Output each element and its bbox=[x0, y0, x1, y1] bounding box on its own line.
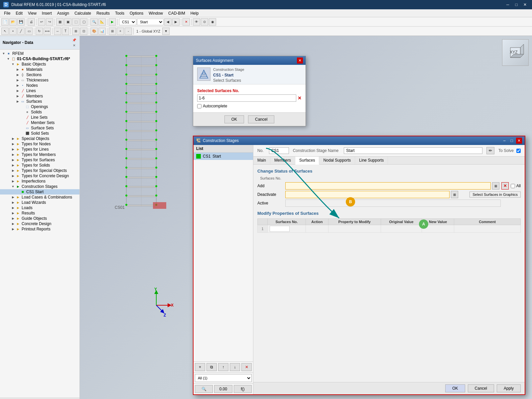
dim-btn[interactable]: ↔ bbox=[54, 28, 61, 35]
cs-search-btn[interactable]: 🔍 bbox=[195, 385, 213, 393]
menu-cad-bim[interactable]: CAD-BIM bbox=[166, 10, 188, 16]
cs-zero-btn[interactable]: 0.00 bbox=[214, 385, 232, 393]
cs-ok-btn[interactable]: OK bbox=[445, 384, 465, 392]
nav-cs1-start[interactable]: ■ CS1 Start bbox=[0, 189, 79, 195]
select-surfaces-in-graphics-btn[interactable]: Select Surfaces in Graphics bbox=[469, 192, 521, 198]
menu-help[interactable]: Help bbox=[188, 10, 201, 16]
nav-types-nodes[interactable]: ▶ ▶ Types for Nodes bbox=[0, 141, 79, 147]
construction-stages-dialog[interactable]: 🏗 Construction Stages – □ ✕ List CS1 bbox=[193, 136, 525, 395]
cube-navigator[interactable]: XYZ bbox=[502, 39, 529, 66]
cs-dup-btn[interactable]: ⧉ bbox=[206, 363, 217, 371]
close-button[interactable]: ✕ bbox=[521, 2, 529, 8]
nav-special-objects[interactable]: ▶ ▶ Special Objects bbox=[0, 136, 79, 141]
calc-btn-1[interactable]: ▦ bbox=[56, 18, 64, 26]
nav-sections[interactable]: ▶ ╬ Sections bbox=[0, 72, 79, 77]
menu-calculate[interactable]: Calculate bbox=[72, 10, 94, 16]
nav-member-sets[interactable]: ╱ Member Sets bbox=[0, 120, 79, 125]
nav-surfaces[interactable]: ▶ ▭ Surfaces bbox=[0, 99, 79, 104]
next-btn[interactable]: ▶ bbox=[172, 18, 180, 26]
nav-project[interactable]: ▼ 📋 01-CSA-Building-START.rf6* bbox=[0, 56, 79, 62]
nav-pin-btn[interactable]: 📌 bbox=[71, 37, 77, 43]
render-btn[interactable]: 🎨 bbox=[90, 28, 98, 35]
to-solve-checkbox[interactable] bbox=[516, 149, 521, 153]
cs-apply-btn[interactable]: Apply bbox=[497, 384, 521, 392]
surfaces-dialog-close[interactable]: ✕ bbox=[297, 58, 303, 64]
maximize-button[interactable]: □ bbox=[513, 2, 520, 8]
menu-window[interactable]: Window bbox=[146, 10, 166, 16]
menu-assign[interactable]: Assign bbox=[55, 10, 72, 16]
no-field-value[interactable]: CS1 bbox=[269, 147, 289, 154]
deactivate-input[interactable] bbox=[285, 191, 450, 198]
close-btn-tb[interactable]: ✕ bbox=[183, 18, 190, 26]
cs-dropdown[interactable]: CS1 bbox=[119, 19, 136, 25]
new-button[interactable]: 📄 bbox=[1, 18, 9, 26]
nav-openings[interactable]: ⬚ Openings bbox=[0, 104, 79, 109]
nav-load-wizards[interactable]: ▶ ▶ Load Wizards bbox=[0, 200, 79, 205]
nav-materials[interactable]: ▶ ■ Materials bbox=[0, 67, 79, 72]
grid-btn[interactable]: ⊞ bbox=[72, 28, 79, 35]
surfaces-ok-btn[interactable]: OK bbox=[224, 115, 244, 123]
nav-thicknesses[interactable]: ▶ ▭ Thicknesses bbox=[0, 77, 79, 83]
cs-maximize-btn[interactable]: □ bbox=[509, 138, 515, 144]
row-surfaces-no-1[interactable] bbox=[268, 225, 306, 233]
prev-btn[interactable]: ◀ bbox=[164, 18, 172, 26]
cs-down-btn[interactable]: ↓ bbox=[230, 363, 240, 371]
surfaces-assignment-dialog[interactable]: Surfaces Assignment ✕ Construction Stage… bbox=[193, 56, 306, 126]
nav-load-cases[interactable]: ▶ ▶ Load Cases & Combinations bbox=[0, 195, 79, 200]
tab-nodal-supports[interactable]: Nodal Supports bbox=[319, 157, 355, 164]
nav-types-surfaces[interactable]: ▶ ▶ Types for Surfaces bbox=[0, 157, 79, 163]
view-btn-1[interactable]: 👁 bbox=[193, 18, 200, 26]
nav-results[interactable]: ▶ ▶ Results bbox=[0, 210, 79, 216]
tab-surfaces[interactable]: Surfaces bbox=[295, 157, 319, 165]
menu-tools[interactable]: Tools bbox=[112, 10, 127, 16]
add-input[interactable] bbox=[285, 182, 491, 190]
nav-members[interactable]: ▶ ╱ Members bbox=[0, 93, 79, 99]
menu-options[interactable]: Options bbox=[127, 10, 146, 16]
xyz-btn[interactable]: ▼ bbox=[162, 28, 170, 35]
mirror-btn[interactable]: ⟺ bbox=[44, 28, 51, 35]
stage-dropdown[interactable]: Start bbox=[137, 19, 164, 25]
nav-rfem-root[interactable]: ▼ ■ RFEM bbox=[0, 51, 79, 56]
title-bar-controls[interactable]: ─ □ ✕ bbox=[504, 2, 529, 8]
calc-btn-2[interactable]: ▣ bbox=[64, 18, 71, 26]
nav-loads[interactable]: ▶ ▶ Loads bbox=[0, 205, 79, 210]
redo-button[interactable]: ↪ bbox=[46, 18, 53, 26]
row-surfaces-input-1[interactable] bbox=[270, 226, 290, 232]
nav-types-solids[interactable]: ▶ ▶ Types for Solids bbox=[0, 163, 79, 168]
all-checkbox[interactable] bbox=[511, 184, 515, 188]
cs-up-btn[interactable]: ↑ bbox=[218, 363, 228, 371]
cs-cancel-btn[interactable]: Cancel bbox=[468, 384, 494, 392]
nav-types-members[interactable]: ▶ ▶ Types for Members bbox=[0, 152, 79, 157]
save-button[interactable]: 💾 bbox=[17, 18, 25, 26]
line-btn[interactable]: ╱ bbox=[17, 28, 25, 35]
nav-solid-sets[interactable]: ⬛ Solid Sets bbox=[0, 131, 79, 136]
calc-btn-4[interactable]: ▢ bbox=[80, 18, 87, 26]
open-button[interactable]: 📂 bbox=[9, 18, 17, 26]
run-btn[interactable]: ▶ bbox=[109, 18, 116, 26]
autocomplete-checkbox[interactable] bbox=[197, 104, 201, 108]
cs-close-btn[interactable]: ✕ bbox=[516, 138, 522, 144]
nav-construction-stages[interactable]: ▼ ▶ Construction Stages bbox=[0, 184, 79, 189]
selected-surfaces-input[interactable] bbox=[197, 94, 296, 102]
nav-types-special[interactable]: ▶ ▶ Types for Special Objects bbox=[0, 168, 79, 173]
cs-minimize-btn[interactable]: – bbox=[501, 138, 507, 144]
nav-types-concrete[interactable]: ▶ ▶ Types for Concrete Design bbox=[0, 173, 79, 179]
text-btn[interactable]: T bbox=[62, 28, 69, 35]
nav-surface-sets[interactable]: ▭ Surface Sets bbox=[0, 125, 79, 131]
deactivate-pick-btn[interactable]: ⊞ bbox=[451, 191, 458, 198]
select-btn[interactable]: ↖ bbox=[1, 28, 9, 35]
nav-lines[interactable]: ▶ ╱ Lines bbox=[0, 88, 79, 93]
nav-printout[interactable]: ▶ ▶ Printout Reports bbox=[0, 226, 79, 232]
print-button[interactable]: 🖨 bbox=[28, 18, 35, 26]
view-btn-2[interactable]: ⊙ bbox=[201, 18, 208, 26]
cs-func-btn[interactable]: f() bbox=[234, 385, 252, 393]
calc-btn-3[interactable]: ⬚ bbox=[72, 18, 79, 26]
menu-file[interactable]: File bbox=[1, 10, 13, 16]
zoom-out[interactable]: - bbox=[125, 28, 132, 35]
cs-add-btn[interactable]: + bbox=[195, 363, 205, 371]
cs-edit-name-btn[interactable]: ✏ bbox=[486, 147, 494, 154]
surface-btn[interactable]: ▭ bbox=[25, 28, 33, 35]
tab-members[interactable]: Members bbox=[270, 157, 295, 164]
name-field-value[interactable]: Start bbox=[344, 147, 482, 154]
menu-insert[interactable]: Insert bbox=[39, 10, 55, 16]
